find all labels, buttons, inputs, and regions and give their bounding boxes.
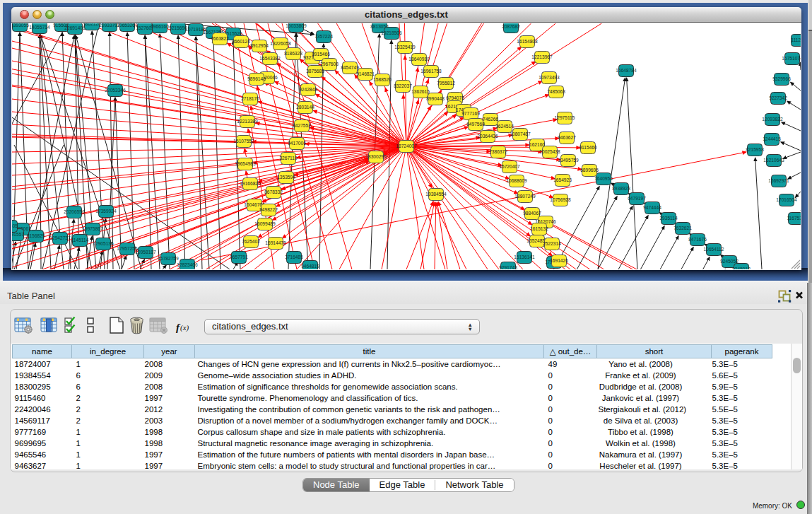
svg-text:(x): (x)	[180, 323, 189, 332]
